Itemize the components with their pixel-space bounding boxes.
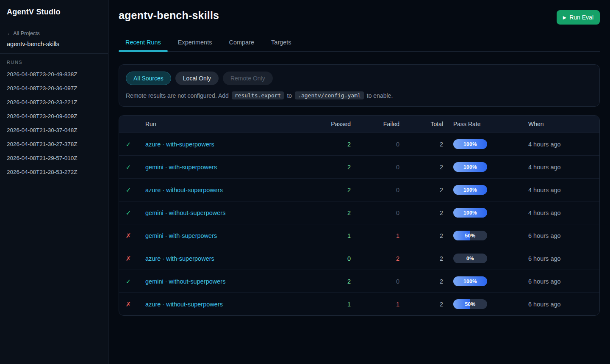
fail-cross-icon: ✗ — [126, 232, 131, 239]
pass-check-icon: ✓ — [126, 209, 131, 216]
when-timestamp: 4 hours ago — [521, 179, 599, 201]
sidebar-run-item[interactable]: 2026-04-08T23-20-23-221Z — [7, 95, 101, 109]
sidebar-run-item[interactable]: 2026-04-08T21-30-37-048Z — [7, 123, 101, 137]
table-row: ✗azure · without-superpowers11250%6 hour… — [119, 293, 599, 316]
passed-count: 0 — [311, 247, 351, 270]
failed-count: 0 — [351, 156, 399, 179]
passed-count: 2 — [311, 201, 351, 224]
run-link[interactable]: gemini · with-superpowers — [145, 232, 217, 239]
table-header-row: Run Passed Failed Total Pass Rate When — [119, 116, 599, 133]
run-eval-button[interactable]: ▶ Run Eval — [557, 10, 600, 25]
sidebar-project-section: ← All Projects agentv-bench-skills — [0, 24, 108, 54]
passed-count: 2 — [311, 133, 351, 156]
col-total: Total — [399, 116, 443, 133]
sidebar-runs-section: RUNS 2026-04-08T23-20-49-838Z2026-04-08T… — [0, 54, 108, 185]
pass-rate-pill: 100% — [453, 276, 487, 286]
chip-local-only[interactable]: Local Only — [175, 72, 219, 85]
when-timestamp: 6 hours ago — [521, 293, 599, 316]
code-config-yaml: .agentv/config.yaml — [295, 91, 364, 99]
run-link[interactable]: azure · without-superpowers — [145, 187, 223, 193]
source-filter-chips: All SourcesLocal OnlyRemote Only — [126, 72, 593, 85]
total-count: 2 — [399, 247, 443, 270]
col-run: Run — [138, 116, 311, 133]
total-count: 2 — [399, 179, 443, 201]
pass-check-icon: ✓ — [126, 141, 131, 148]
when-timestamp: 6 hours ago — [521, 224, 599, 247]
when-timestamp: 4 hours ago — [521, 156, 599, 179]
when-timestamp: 4 hours ago — [521, 201, 599, 224]
note-middle: to — [287, 92, 292, 99]
failed-count: 2 — [351, 247, 399, 270]
sidebar: AgentV Studio ← All Projects agentv-benc… — [0, 0, 108, 364]
passed-count: 2 — [311, 179, 351, 201]
table-row: ✗gemini · with-superpowers11250%6 hours … — [119, 224, 599, 247]
runs-section-label: RUNS — [7, 60, 101, 65]
run-link[interactable]: azure · without-superpowers — [145, 301, 223, 308]
when-timestamp: 6 hours ago — [521, 270, 599, 293]
page-title: agentv-bench-skills — [119, 9, 219, 22]
sidebar-project-name: agentv-bench-skills — [7, 41, 101, 47]
play-icon: ▶ — [563, 15, 566, 20]
pass-check-icon: ✓ — [126, 278, 131, 285]
total-count: 2 — [399, 156, 443, 179]
failed-count: 1 — [351, 224, 399, 247]
pass-rate-pill: 0% — [453, 254, 487, 263]
tab-compare[interactable]: Compare — [222, 36, 261, 51]
sidebar-run-item[interactable]: 2026-04-08T21-28-53-272Z — [7, 165, 101, 179]
main-header: agentv-bench-skills ▶ Run Eval — [119, 9, 600, 25]
chip-all-sources[interactable]: All Sources — [126, 72, 171, 85]
sidebar-runs-list: 2026-04-08T23-20-49-838Z2026-04-08T23-20… — [7, 67, 101, 179]
failed-count: 1 — [351, 293, 399, 316]
col-status — [119, 116, 138, 133]
col-passed: Passed — [311, 116, 351, 133]
run-link[interactable]: azure · with-superpowers — [145, 141, 214, 148]
passed-count: 1 — [311, 224, 351, 247]
passed-count: 2 — [311, 270, 351, 293]
sidebar-header: AgentV Studio — [0, 0, 108, 24]
back-to-projects-link[interactable]: ← All Projects — [7, 30, 40, 36]
pass-rate-label: 100% — [453, 276, 487, 286]
pass-rate-pill: 50% — [453, 231, 487, 240]
total-count: 2 — [399, 270, 443, 293]
table-body: ✓azure · with-superpowers202100%4 hours … — [119, 133, 599, 316]
col-when: When — [521, 116, 599, 133]
tab-recent-runs[interactable]: Recent Runs — [119, 36, 168, 51]
pass-rate-label: 50% — [453, 299, 487, 309]
sidebar-run-item[interactable]: 2026-04-08T21-29-57-010Z — [7, 151, 101, 165]
run-link[interactable]: gemini · without-superpowers — [145, 210, 225, 216]
pass-rate-label: 100% — [453, 185, 487, 195]
passed-count: 1 — [311, 293, 351, 316]
pass-rate-pill: 100% — [453, 185, 487, 195]
table-row: ✓gemini · with-superpowers202100%4 hours… — [119, 156, 599, 179]
table-row: ✓gemini · without-superpowers202100%4 ho… — [119, 201, 599, 224]
pass-rate-pill: 50% — [453, 299, 487, 309]
pass-rate-pill: 100% — [453, 139, 487, 149]
tab-bar: Recent RunsExperimentsCompareTargets — [119, 36, 600, 52]
when-timestamp: 6 hours ago — [521, 247, 599, 270]
pass-rate-pill: 100% — [453, 162, 487, 172]
table-row: ✓azure · with-superpowers202100%4 hours … — [119, 133, 599, 156]
fail-cross-icon: ✗ — [126, 301, 131, 308]
run-link[interactable]: gemini · with-superpowers — [145, 164, 217, 171]
chip-remote-only[interactable]: Remote Only — [223, 72, 273, 85]
run-link[interactable]: azure · with-superpowers — [145, 255, 214, 262]
recent-runs-table: Run Passed Failed Total Pass Rate When ✓… — [119, 115, 600, 316]
pass-rate-label: 50% — [453, 231, 487, 240]
col-pass-rate: Pass Rate — [443, 116, 521, 133]
tab-experiments[interactable]: Experiments — [171, 36, 219, 51]
failed-count: 0 — [351, 270, 399, 293]
sidebar-run-item[interactable]: 2026-04-08T23-20-49-838Z — [7, 67, 101, 81]
passed-count: 2 — [311, 156, 351, 179]
pass-check-icon: ✓ — [126, 186, 131, 193]
remote-config-note: Remote results are not configured. Add r… — [126, 91, 593, 99]
tab-targets[interactable]: Targets — [264, 36, 298, 51]
run-link[interactable]: gemini · without-superpowers — [145, 278, 225, 285]
main-content: agentv-bench-skills ▶ Run Eval Recent Ru… — [108, 0, 610, 364]
pass-check-icon: ✓ — [126, 163, 131, 171]
sidebar-run-item[interactable]: 2026-04-08T23-20-36-097Z — [7, 81, 101, 95]
pass-rate-label: 100% — [453, 162, 487, 172]
total-count: 2 — [399, 224, 443, 247]
sidebar-run-item[interactable]: 2026-04-08T23-20-09-609Z — [7, 109, 101, 123]
total-count: 2 — [399, 133, 443, 156]
sidebar-run-item[interactable]: 2026-04-08T21-30-27-378Z — [7, 137, 101, 151]
